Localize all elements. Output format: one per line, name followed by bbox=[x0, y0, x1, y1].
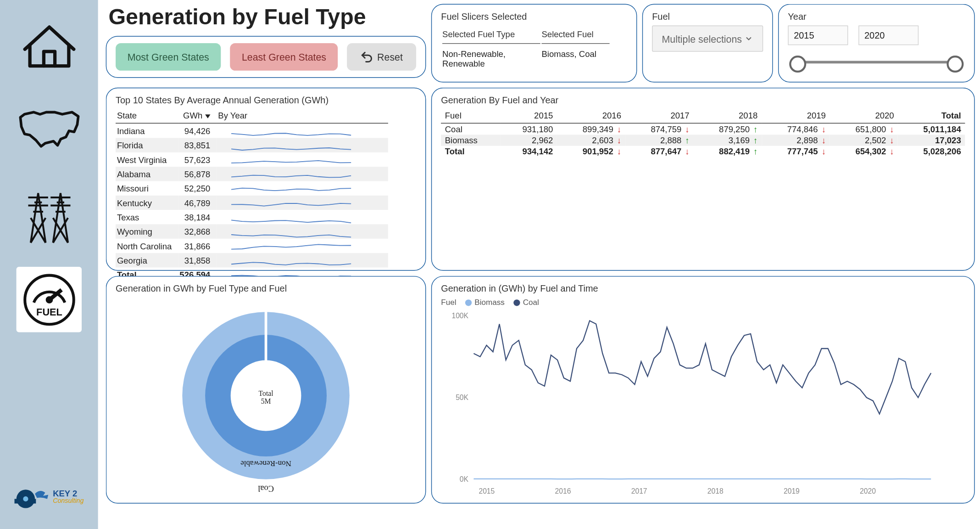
svg-text:2016: 2016 bbox=[555, 487, 571, 495]
table-row[interactable]: Texas38,184 bbox=[116, 210, 388, 224]
year-slider-handle-start[interactable] bbox=[789, 56, 806, 73]
nav-fuel[interactable]: FUEL bbox=[17, 267, 82, 332]
svg-text:2017: 2017 bbox=[631, 487, 647, 495]
year-to-input[interactable]: 2020 bbox=[858, 26, 919, 45]
timeline-title: Generation in (GWh) by Fuel and Time bbox=[441, 283, 965, 294]
table-row[interactable]: Alabama56,878 bbox=[116, 167, 388, 181]
svg-point-1 bbox=[47, 297, 51, 302]
svg-text:2020: 2020 bbox=[860, 487, 876, 495]
nav-states-map[interactable] bbox=[17, 97, 82, 162]
svg-text:2018: 2018 bbox=[707, 487, 724, 495]
donut-outer-label: Coal bbox=[258, 484, 274, 493]
svg-text:2019: 2019 bbox=[784, 487, 800, 495]
timeline-chart[interactable]: 100K50K0K201520162017201820192020 bbox=[441, 310, 937, 499]
logo-text-2: Consulting bbox=[53, 497, 84, 504]
page-title: Generation by Fuel Type bbox=[108, 4, 426, 30]
table-row[interactable]: Indiana94,426 bbox=[116, 123, 388, 138]
svg-text:50K: 50K bbox=[456, 394, 468, 401]
nav-home[interactable] bbox=[17, 12, 82, 77]
table-row[interactable]: North Carolina31,866 bbox=[116, 239, 388, 253]
donut-center-value: 5M bbox=[168, 397, 364, 405]
fuel-filter-card: Fuel Multiple selections bbox=[642, 4, 773, 83]
logo-text-1: KEY 2 bbox=[53, 489, 84, 497]
fuel-filter-label: Fuel bbox=[652, 11, 763, 22]
year-filter-label: Year bbox=[788, 11, 965, 22]
slicers-table: Selected Fuel TypeSelected Fuel Non-Rene… bbox=[441, 26, 611, 70]
table-row[interactable]: Biomass2,962 2,603 ↓2,888 ↑3,169 ↑2,898 … bbox=[441, 135, 965, 146]
donut-center-label: Total bbox=[168, 389, 364, 397]
svg-text:0K: 0K bbox=[460, 475, 469, 483]
year-filter-card: Year 2015 2020 bbox=[778, 4, 975, 83]
fuel-year-title: Generation By Fuel and Year bbox=[441, 95, 965, 105]
reset-button[interactable]: Reset bbox=[347, 43, 416, 71]
table-total-row: Total934,142 901,952 ↓877,647 ↓882,419 ↑… bbox=[441, 146, 965, 157]
table-row[interactable]: West Virginia57,623 bbox=[116, 152, 388, 167]
logo-icon bbox=[14, 483, 50, 509]
fuel-select[interactable]: Multiple selections bbox=[652, 26, 763, 52]
year-slider[interactable] bbox=[788, 54, 965, 68]
slicers-card: Fuel Slicers Selected Selected Fuel Type… bbox=[431, 4, 637, 83]
top-states-card: Top 10 States By Average Annual Generati… bbox=[106, 88, 426, 271]
slicers-title: Fuel Slicers Selected bbox=[441, 11, 627, 22]
svg-point-5 bbox=[23, 496, 28, 501]
home-icon bbox=[21, 17, 77, 72]
svg-text:FUEL: FUEL bbox=[36, 306, 62, 317]
most-green-button[interactable]: Most Green States bbox=[116, 43, 221, 71]
logo: KEY 2 Consulting bbox=[3, 483, 95, 509]
table-row[interactable]: Florida83,851 bbox=[116, 138, 388, 152]
svg-text:100K: 100K bbox=[451, 312, 468, 320]
chevron-down-icon bbox=[744, 34, 753, 43]
buttons-card: Most Green States Least Green States Res… bbox=[106, 36, 426, 78]
top-states-title: Top 10 States By Average Annual Generati… bbox=[116, 95, 416, 105]
fuel-gauge-icon: FUEL bbox=[21, 272, 77, 327]
donut-inner-label: Non-Renewable bbox=[240, 459, 291, 468]
table-row[interactable]: Kentucky46,789 bbox=[116, 196, 388, 210]
donut-chart[interactable]: Non-Renewable Coal Total 5M bbox=[168, 298, 364, 496]
donut-title: Generation in GWh by Fuel Type and Fuel bbox=[116, 283, 416, 294]
year-from-input[interactable]: 2015 bbox=[788, 26, 848, 45]
table-row[interactable]: Wyoming32,868 bbox=[116, 224, 388, 238]
top-states-table: State GWh By Year Indiana94,426Florida83… bbox=[116, 109, 388, 282]
map-icon bbox=[18, 108, 80, 151]
power-lines-icon bbox=[18, 183, 80, 245]
table-row[interactable]: Georgia31,858 bbox=[116, 253, 388, 267]
donut-card: Generation in GWh by Fuel Type and Fuel … bbox=[106, 276, 426, 504]
timeline-card: Generation in (GWh) by Fuel and Time Fue… bbox=[431, 276, 975, 504]
timeline-legend: Fuel Biomass Coal bbox=[441, 298, 965, 307]
nav-transmission[interactable] bbox=[17, 182, 82, 247]
table-row[interactable]: Missouri52,250 bbox=[116, 181, 388, 195]
least-green-button[interactable]: Least Green States bbox=[230, 43, 338, 71]
sidebar: FUEL KEY 2 Consulting bbox=[0, 0, 98, 529]
svg-rect-9 bbox=[265, 310, 267, 363]
table-row[interactable]: Coal931,180 899,349 ↓874,759 ↓879,250 ↑7… bbox=[441, 123, 965, 135]
fuel-year-table: Fuel201520162017201820192020TotalCoal931… bbox=[441, 109, 965, 157]
year-slider-handle-end[interactable] bbox=[947, 56, 963, 73]
fuel-year-card: Generation By Fuel and Year Fuel20152016… bbox=[431, 88, 975, 271]
undo-icon bbox=[360, 51, 373, 63]
svg-text:2015: 2015 bbox=[479, 487, 495, 495]
